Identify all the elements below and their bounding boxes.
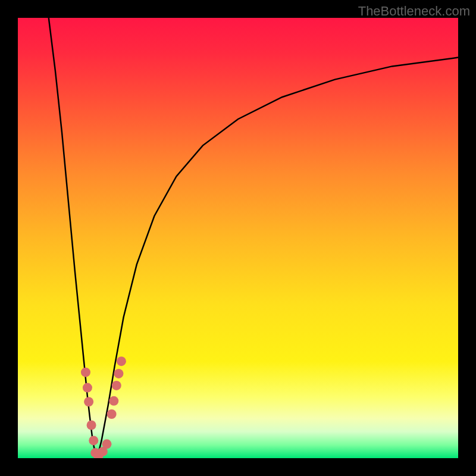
right-curve: [97, 58, 458, 458]
data-point: [83, 383, 92, 393]
data-point: [87, 421, 96, 430]
data-point: [109, 396, 118, 406]
plot-area: [18, 18, 458, 458]
data-point: [89, 436, 98, 445]
marker-group: [81, 356, 126, 458]
data-point: [112, 381, 121, 390]
data-point: [114, 369, 123, 378]
data-point: [117, 356, 126, 366]
data-point: [102, 439, 111, 449]
curve-layer: [18, 18, 458, 458]
chart-container: TheBottleneck.com: [0, 0, 476, 476]
watermark-text: TheBottleneck.com: [358, 4, 470, 19]
left-curve: [49, 18, 97, 458]
data-point: [84, 397, 93, 406]
data-point: [81, 368, 90, 377]
data-point: [107, 409, 117, 419]
